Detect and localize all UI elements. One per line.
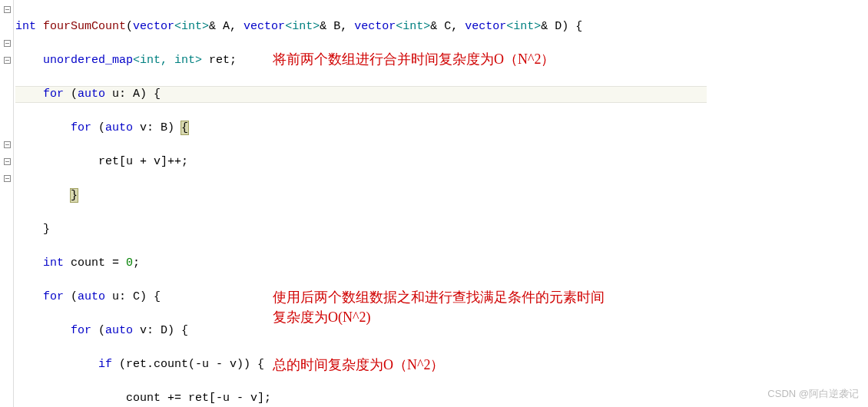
matched-brace-open: {: [181, 121, 188, 134]
fold-handle[interactable]: [4, 158, 11, 165]
code-line: }: [15, 187, 582, 204]
code-line: int count = 0;: [15, 255, 582, 272]
code-fold-gutter: [0, 0, 14, 407]
code-line: }: [15, 221, 582, 238]
fold-handle[interactable]: [4, 6, 11, 13]
code-line: for (auto v: B) {: [15, 120, 582, 137]
fold-handle[interactable]: [4, 175, 11, 182]
fold-handle[interactable]: [4, 57, 11, 64]
matched-brace-close: }: [71, 189, 78, 202]
code-line: count += ret[-u - v];: [15, 390, 582, 407]
annotation-1: 将前两个数组进行合并时间复杂度为O（N^2）: [273, 49, 672, 69]
annotation-2: 使用后两个数组数据之和进行查找满足条件的元素时间复杂度为O(N^2): [273, 287, 611, 327]
code-line: for (auto u: A) {: [15, 86, 582, 103]
code-line: int fourSumCount(vector<int>& A, vector<…: [15, 18, 582, 35]
code-line: ret[u + v]++;: [15, 154, 582, 170]
annotation-3: 总的时间复杂度为O（N^2）: [273, 355, 611, 375]
fold-handle[interactable]: [4, 40, 11, 47]
watermark: CSDN @阿白逆袭记: [767, 385, 859, 402]
fold-handle[interactable]: [4, 141, 11, 148]
